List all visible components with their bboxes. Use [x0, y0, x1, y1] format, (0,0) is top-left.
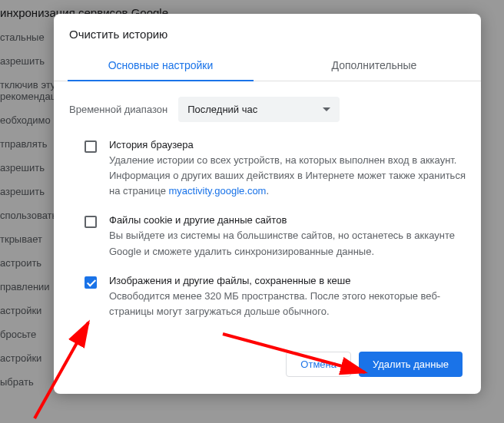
cancel-button[interactable]: Отмена	[286, 352, 351, 377]
checkbox-cache[interactable]	[85, 276, 97, 289]
option-title: Файлы cookie и другие данные сайтов	[109, 214, 466, 226]
dialog-tabs: Основные настройки Дополнительные	[54, 51, 481, 81]
time-range-value: Последний час	[187, 104, 257, 115]
myactivity-link[interactable]: myactivity.google.com	[169, 185, 267, 197]
tab-advanced[interactable]: Дополнительные	[267, 51, 481, 81]
option-title: Изображения и другие файлы, сохраненные …	[109, 275, 466, 286]
checkbox-cookies[interactable]	[85, 216, 97, 228]
option-cookies: Файлы cookie и другие данные сайтов Вы в…	[54, 203, 481, 263]
option-cache: Изображения и другие файлы, сохраненные …	[54, 264, 481, 324]
time-range-row: Временной диапазон Последний час	[54, 81, 481, 128]
option-desc: Удаление истории со всех устройств, на к…	[109, 153, 466, 199]
dialog-title: Очистить историю	[54, 14, 481, 51]
clear-browsing-data-dialog: Очистить историю Основные настройки Допо…	[54, 14, 481, 394]
option-title: История браузера	[109, 139, 466, 150]
option-desc: Вы выйдете из системы на большинстве сай…	[109, 228, 466, 259]
option-history: История браузера Удаление истории со все…	[54, 128, 481, 203]
clear-data-button[interactable]: Удалить данные	[359, 352, 463, 377]
time-range-select[interactable]: Последний час	[178, 97, 340, 122]
tab-basic[interactable]: Основные настройки	[54, 51, 267, 81]
time-range-label: Временной диапазон	[69, 104, 167, 115]
option-desc: Освободится менее 320 МБ пространства. П…	[109, 289, 466, 319]
dialog-footer: Отмена Удалить данные	[54, 324, 481, 382]
checkbox-history[interactable]	[85, 140, 97, 153]
chevron-down-icon	[323, 107, 330, 111]
